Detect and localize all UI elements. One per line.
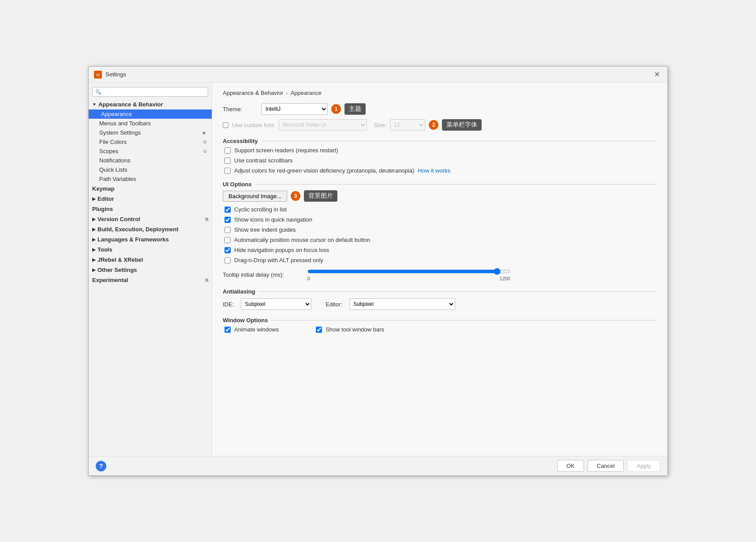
app-icon: IJ [94,71,102,79]
ide-label: IDE: [223,301,234,308]
cyclic-scrolling-row: Cyclic scrolling in list [223,206,657,213]
sidebar-group-plugins[interactable]: Plugins [89,204,212,214]
sidebar-group-version-control[interactable]: ▶ Version Control ⧉ [89,214,212,224]
content-panel: Appearance & Behavior › Appearance Theme… [212,83,667,456]
sidebar-item-appearance[interactable]: Appearance [89,109,212,119]
font-select[interactable]: Microsoft YaHei UI [279,119,367,131]
badge-2: 2 [429,120,438,130]
show-tree-indent-row: Show tree indent guides [223,226,657,233]
background-image-button[interactable]: Background Image... [223,191,287,202]
animate-windows-row: Animate windows [223,326,279,333]
help-button[interactable]: ? [96,461,106,471]
show-tool-window-bars-row: Show tool window bars [314,326,384,333]
chevron-right-icon-tools: ▶ [92,247,96,252]
drag-drop-label: Drag-n-Drop with ALT pressed only [234,257,323,263]
settings-dialog: IJ Settings ✕ 🔍 ▼ Appearance & Behavior … [88,66,668,476]
cyclic-scrolling-label: Cyclic scrolling in list [234,206,287,213]
hide-navigation-checkbox[interactable] [225,247,231,253]
sidebar-group-label-tools: Tools [97,246,112,253]
editor-label: Editor: [326,301,342,308]
contrast-scrollbars-row: Use contrast scrollbars [223,157,657,164]
copy-icon-vc: ⧉ [205,217,208,222]
copy-icon-file-colors: ⧉ [203,139,206,145]
support-screen-readers-row: Support screen readers (requires restart… [223,147,657,154]
animate-windows-label: Animate windows [234,326,279,333]
sidebar-group-label-other: Other Settings [97,267,137,273]
chevron-right-icon-jrebel: ▶ [92,257,96,262]
sidebar-group-keymap[interactable]: Keymap [89,184,212,194]
background-image-row: Background Image... 3 背景图片 [223,190,657,202]
show-tree-indent-checkbox[interactable] [225,227,231,233]
support-screen-readers-checkbox[interactable] [225,147,231,154]
drag-drop-row: Drag-n-Drop with ALT pressed only [223,257,657,263]
how-it-works-link[interactable]: How it works [418,167,450,174]
ok-button[interactable]: OK [557,460,584,472]
sidebar-item-quick-lists[interactable]: Quick Lists [89,165,212,174]
auto-position-checkbox[interactable] [225,237,231,243]
chevron-right-icon: ▶ [203,130,206,135]
window-options-section-header: Window Options [223,317,657,324]
contrast-scrollbars-checkbox[interactable] [225,158,231,164]
sidebar-item-menus-toolbars[interactable]: Menus and Toolbars [89,119,212,128]
sidebar-group-appearance-items: Appearance Menus and Toolbars System Set… [89,109,212,184]
slider-ticks: 0 1200 [307,276,510,281]
sidebar-group-tools[interactable]: ▶ Tools [89,245,212,255]
window-options-row: Animate windows Show tool window bars [223,326,657,336]
animate-windows-checkbox[interactable] [225,327,231,333]
use-custom-font-checkbox[interactable] [223,122,228,128]
tooltip-bg: 背景图片 [304,190,337,202]
svg-text:IJ: IJ [97,73,100,77]
sidebar-group-label: Appearance & Behavior [98,101,163,108]
apply-button[interactable]: Apply [627,460,660,472]
breadcrumb: Appearance & Behavior › Appearance [223,90,657,96]
search-input[interactable] [103,89,205,95]
sidebar-item-file-colors[interactable]: File Colors ⧉ [89,137,212,147]
sidebar-group-other[interactable]: ▶ Other Settings [89,265,212,275]
breadcrumb-current: Appearance [291,90,322,96]
title-bar: IJ Settings ✕ [89,67,667,83]
footer: ? OK Cancel Apply [89,456,667,475]
show-icons-checkbox[interactable] [225,217,231,223]
sidebar-item-path-variables[interactable]: Path Variables [89,174,212,184]
dialog-title: Settings [105,71,126,78]
sidebar-group-languages[interactable]: ▶ Languages & Frameworks [89,234,212,245]
editor-antialiasing-select[interactable]: Subpixel Greyscale None [349,298,455,310]
theme-select[interactable]: IntelliJ Darcula High contrast [262,103,328,115]
sidebar-group-label-build: Build, Execution, Deployment [97,226,178,233]
size-label: Size: [374,122,387,128]
sidebar-group-label-plugins: Plugins [92,206,113,212]
hide-navigation-label: Hide navigation popups on focus loss [234,247,329,253]
close-button[interactable]: ✕ [651,69,662,80]
use-custom-font-label: Use custom font: [232,122,275,128]
tooltip-delay-slider[interactable] [307,268,510,275]
sidebar-item-notifications[interactable]: Notifications [89,156,212,165]
ide-antialiasing-select[interactable]: Subpixel Greyscale None [241,298,311,310]
breadcrumb-parent: Appearance & Behavior [223,90,283,96]
search-box[interactable]: 🔍 [92,87,208,97]
cyclic-scrolling-checkbox[interactable] [225,207,231,213]
show-tool-window-bars-checkbox[interactable] [316,327,322,333]
slider-wrap: 0 1200 [307,268,510,281]
main-content: 🔍 ▼ Appearance & Behavior Appearance Men… [89,83,667,456]
auto-position-label: Automatically position mouse cursor on d… [234,237,371,243]
badge-1: 1 [331,104,341,114]
sidebar-item-scopes[interactable]: Scopes ⧉ [89,147,212,156]
sidebar-group-build[interactable]: ▶ Build, Execution, Deployment [89,224,212,234]
adjust-colors-label: Adjust colors for red-green vision defic… [234,167,414,174]
cancel-button[interactable]: Cancel [588,460,624,472]
sidebar-group-editor[interactable]: ▶ Editor [89,194,212,204]
sidebar-group-appearance-behavior[interactable]: ▼ Appearance & Behavior [89,99,212,109]
window-options-title: Window Options [223,317,271,324]
slider-min: 0 [307,276,310,281]
sidebar-item-system-settings[interactable]: System Settings ▶ [89,128,212,137]
drag-drop-checkbox[interactable] [225,257,231,263]
badge-3: 3 [291,191,300,201]
antialiasing-title: Antialiasing [223,288,259,295]
tooltip-font: 菜单栏字体 [442,119,482,131]
sidebar-group-experimental[interactable]: Experimental ⧉ [89,275,212,285]
chevron-right-icon-vc: ▶ [92,217,96,222]
chevron-right-icon-build: ▶ [92,227,96,232]
size-select[interactable]: 12 [390,119,425,131]
adjust-colors-checkbox[interactable] [225,168,231,174]
sidebar-group-jrebel[interactable]: ▶ JRebel & XRebel [89,255,212,265]
